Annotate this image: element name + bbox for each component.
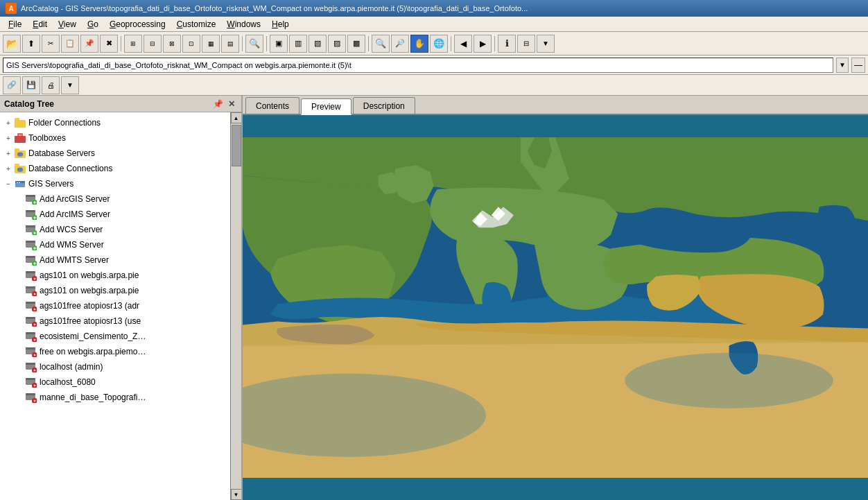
toolbar2-connect-btn[interactable]: 🔗 <box>3 76 21 94</box>
toolbar-layer2-btn[interactable]: ▥ <box>289 35 307 53</box>
toolbar2-dropdown-btn[interactable]: ▼ <box>61 76 79 94</box>
svg-rect-70 <box>26 347 35 350</box>
toolbar-info-btn[interactable]: ℹ <box>498 35 516 53</box>
svg-rect-25 <box>26 210 35 212</box>
tree-item-gis-servers[interactable]: − GIS Servers <box>0 176 230 191</box>
toolbar-grid4-btn[interactable]: ⊡ <box>182 35 200 53</box>
menu-customize[interactable]: Customize <box>171 18 222 31</box>
menu-help[interactable]: Help <box>266 18 295 31</box>
tree-item-ags101free-adr[interactable]: + ags101free atopiosr13 (adr <box>0 298 230 313</box>
menu-go[interactable]: Go <box>82 18 104 31</box>
toolbar-grid2-btn[interactable]: ⊟ <box>144 35 162 53</box>
svg-point-9 <box>17 153 23 157</box>
toolbar-forward-btn[interactable]: ▶ <box>474 35 492 53</box>
svg-rect-80 <box>26 378 35 380</box>
svg-rect-4 <box>19 135 21 136</box>
tree-item-add-wcs[interactable]: + Add WCS Server <box>0 222 230 237</box>
toolbar-paste-btn[interactable]: 📌 <box>80 35 98 53</box>
map-container <box>243 115 868 500</box>
svg-rect-11 <box>15 164 19 166</box>
tree-expander-toolboxes[interactable]: + <box>3 132 14 144</box>
toolbar-delete-btn[interactable]: ✖ <box>100 35 118 53</box>
ags101-2-label: ags101 on webgis.arpa.pie <box>40 286 139 295</box>
menu-view[interactable]: View <box>53 18 82 31</box>
address-nav-btn[interactable]: — <box>851 58 865 73</box>
tree-item-free-webgis[interactable]: + free on webgis.arpa.piemo… <box>0 344 230 359</box>
svg-rect-6 <box>15 148 19 151</box>
tab-preview[interactable]: Preview <box>301 98 351 115</box>
toolbar-grid5-btn[interactable]: ▦ <box>202 35 220 53</box>
tree-item-database-servers[interactable]: + Database Servers <box>0 146 230 161</box>
tree-item-manne-di-base[interactable]: + manne_di_base_Topografi… <box>0 390 230 405</box>
tree-item-folder-connections[interactable]: + Folder Connections <box>0 115 230 130</box>
tree-expander-folder-connections[interactable]: + <box>3 117 14 128</box>
tree-item-ags101-2[interactable]: + ags101 on webgis.arpa.pie <box>0 283 230 298</box>
toolbar-back-btn[interactable]: ◀ <box>454 35 472 53</box>
menu-edit[interactable]: Edit <box>27 18 53 31</box>
tab-contents[interactable]: Contents <box>245 97 300 114</box>
tree-item-add-arcgis[interactable]: + Add ArcGIS Server <box>0 191 230 207</box>
toolbar-layer5-btn[interactable]: ▩ <box>347 35 365 53</box>
catalog-pin-btn[interactable]: 📌 <box>212 98 223 110</box>
catalog-close-btn[interactable]: ✕ <box>226 98 237 110</box>
toolbar2-save-btn[interactable]: 💾 <box>22 76 40 94</box>
tree-expander-database-connections[interactable]: + <box>3 163 14 174</box>
tree-scrollbar[interactable]: ▲ ▼ <box>230 112 241 500</box>
svg-rect-35 <box>26 241 35 243</box>
tree-item-add-wmts[interactable]: + Add WMTS Server <box>0 252 230 268</box>
address-input[interactable] <box>3 58 833 73</box>
tree-item-toolboxes[interactable]: + Toolboxes <box>0 130 230 146</box>
tree-item-ecosistemi[interactable]: + ecosistemi_Censimento_Z… <box>0 329 230 344</box>
tree-item-add-arcims[interactable]: + Add ArcIMS Server <box>0 207 230 222</box>
ags101-1-icon <box>25 269 37 282</box>
toolbar-layer3-btn[interactable]: ▧ <box>309 35 327 53</box>
ecosistemi-icon <box>25 330 37 343</box>
toolbar-zoom-in-btn[interactable]: 🔍 <box>372 35 390 53</box>
scrollbar-thumb[interactable] <box>232 125 241 166</box>
ecosistemi-label: ecosistemi_Censimento_Z… <box>40 331 146 341</box>
menu-file[interactable]: File <box>3 18 27 31</box>
tree-item-localhost-admin[interactable]: + localhost (admin) <box>0 359 230 374</box>
localhost-6080-label: localhost_6080 <box>40 377 96 387</box>
toolbar-layer4-btn[interactable]: ▨ <box>328 35 346 53</box>
toolbar-sep-4 <box>368 36 369 51</box>
tree-item-localhost-6080[interactable]: + localhost_6080 <box>0 374 230 390</box>
toolbar-zoom-out-btn[interactable]: 🔎 <box>391 35 409 53</box>
localhost-admin-label: localhost (admin) <box>40 362 103 372</box>
add-wcs-icon <box>25 223 37 236</box>
toolbar-search-btn[interactable]: 🔍 <box>245 35 263 53</box>
toolbar-sep-1 <box>121 36 121 51</box>
svg-rect-50 <box>26 286 35 288</box>
tab-description[interactable]: Description <box>353 97 415 114</box>
toolbar-globe-btn[interactable]: 🌐 <box>430 35 448 53</box>
toolbar-more-btn[interactable]: ▼ <box>537 35 555 53</box>
toolbar-new-folder-btn[interactable]: 📂 <box>3 35 21 53</box>
tree-expander-database-servers[interactable]: + <box>3 148 14 159</box>
svg-rect-30 <box>26 225 35 227</box>
tree-item-ags101free-use[interactable]: + ags101free atopiosr13 (use <box>0 313 230 329</box>
toolbar-pan-btn[interactable]: ✋ <box>410 35 428 53</box>
toolbar-cut-btn[interactable]: ✂ <box>42 35 60 53</box>
menu-geoprocessing[interactable]: Geoprocessing <box>104 18 171 31</box>
tree-expander-gis-servers[interactable]: − <box>3 178 14 189</box>
toolbar2-print-btn[interactable]: 🖨 <box>42 76 60 94</box>
svg-rect-55 <box>26 302 35 304</box>
toolbar-up-btn[interactable]: ⬆ <box>22 35 40 53</box>
svg-rect-2 <box>15 136 26 143</box>
tree-item-ags101-1[interactable]: + ags101 on webgis.arpa.pie <box>0 268 230 283</box>
toolbar-grid6-btn[interactable]: ▤ <box>221 35 239 53</box>
svg-rect-1 <box>15 118 19 121</box>
scrollbar-up-btn[interactable]: ▲ <box>231 112 242 123</box>
toolbar-sep-6 <box>494 36 495 51</box>
tree-item-database-connections[interactable]: + Database Connections <box>0 161 230 176</box>
address-dropdown-btn[interactable]: ▼ <box>836 58 849 73</box>
toolbar-copy-btn[interactable]: 📋 <box>61 35 79 53</box>
gis-servers-icon <box>14 178 26 190</box>
menu-windows[interactable]: Windows <box>221 18 266 31</box>
scrollbar-down-btn[interactable]: ▼ <box>231 489 242 500</box>
toolbar-extra-btn[interactable]: ⊟ <box>517 35 535 53</box>
tree-item-add-wms[interactable]: + Add WMS Server <box>0 237 230 252</box>
toolbar-grid1-btn[interactable]: ⊞ <box>124 35 142 53</box>
toolbar-grid3-btn[interactable]: ⊠ <box>163 35 181 53</box>
toolbar-layer1-btn[interactable]: ▣ <box>270 35 288 53</box>
